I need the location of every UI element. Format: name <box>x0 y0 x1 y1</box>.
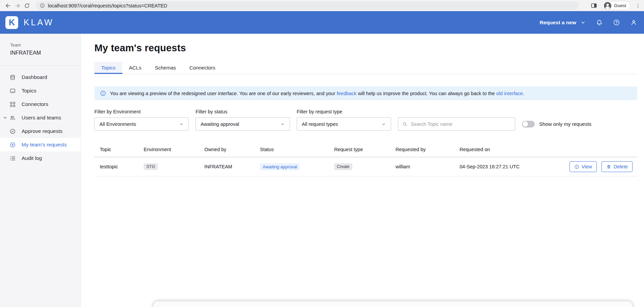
request-type-tabs: Topics ACLs Schemas Connectors <box>94 62 637 74</box>
info-icon <box>574 164 579 169</box>
side-panel-icon[interactable] <box>591 2 597 9</box>
chevron-down-icon <box>580 20 586 25</box>
sidebar-item-label: Approve requests <box>22 128 63 134</box>
help-icon[interactable] <box>613 19 620 26</box>
page-title: My team's requests <box>94 43 637 54</box>
column-header-request-type: Request type <box>329 143 390 157</box>
tab-acls[interactable]: ACLs <box>122 62 148 74</box>
page-info-icon[interactable] <box>40 3 45 8</box>
database-icon <box>9 74 16 81</box>
url-text: localhost:9097/coral/requests/topics?sta… <box>48 3 167 8</box>
cell-topic: testtopic <box>94 157 138 176</box>
address-bar[interactable]: localhost:9097/coral/requests/topics?sta… <box>36 1 579 10</box>
sidebar-item-approve-requests[interactable]: Approve requests <box>0 124 81 138</box>
chevron-down-icon[interactable] <box>3 115 7 120</box>
status-badge: Awaiting approval <box>260 163 300 170</box>
browser-back-button[interactable] <box>3 1 13 10</box>
column-header-environment: Environment <box>138 143 199 157</box>
browser-reload-button[interactable] <box>22 1 32 10</box>
column-header-topic: Topic <box>94 143 138 157</box>
request-type-badge: Create <box>334 163 352 170</box>
feedback-link[interactable]: feedback <box>337 91 357 96</box>
browser-forward-button[interactable] <box>13 1 22 10</box>
sidebar-item-label: Dashboard <box>22 74 47 80</box>
status-filter-select[interactable]: Awaiting approval <box>196 117 290 131</box>
view-button[interactable]: View <box>569 161 597 172</box>
sidebar-item-label: Topics <box>22 88 36 94</box>
brand-name: KLAW <box>24 18 54 27</box>
profile-name: Guest <box>614 3 626 8</box>
chevron-down-icon <box>179 122 184 127</box>
sidebar-item-dashboard[interactable]: Dashboard <box>0 71 81 84</box>
tab-topics[interactable]: Topics <box>94 62 122 74</box>
plus-circle-icon <box>9 142 16 148</box>
sidebar-item-my-teams-requests[interactable]: My team's requests <box>0 138 81 151</box>
notifications-bell-icon[interactable] <box>596 19 603 26</box>
reload-icon <box>24 3 30 9</box>
show-only-my-requests-toggle[interactable] <box>522 121 535 128</box>
info-icon <box>100 90 106 96</box>
dock-shadow <box>153 301 633 307</box>
cell-requested-by: william <box>390 157 454 176</box>
cell-requested-on: 04-Sep-2023 16:27:21 UTC <box>454 157 555 176</box>
users-icon <box>9 115 16 121</box>
environment-badge: STG <box>144 163 158 170</box>
sidebar-item-label: Audit log <box>22 155 42 161</box>
environment-filter-select[interactable]: All Environments <box>94 117 189 131</box>
klaw-logo-icon[interactable]: K <box>5 16 18 29</box>
connectors-icon <box>9 101 16 108</box>
sidebar-item-topics[interactable]: Topics <box>0 84 81 97</box>
tab-connectors[interactable]: Connectors <box>183 62 222 74</box>
topic-box-icon <box>9 88 16 94</box>
topic-search-box <box>398 117 515 131</box>
request-a-new-button[interactable]: Request a new <box>539 20 586 26</box>
request-a-new-label: Request a new <box>539 20 576 26</box>
chevron-down-icon <box>280 122 285 127</box>
preview-info-banner: You are viewing a preview of the redesig… <box>94 86 637 100</box>
check-circle-icon <box>9 128 16 135</box>
sidebar-item-users-and-teams[interactable]: Users and teams <box>0 111 81 124</box>
app-header: K KLAW Request a new <box>0 11 644 34</box>
trash-icon <box>606 164 611 169</box>
sidebar-item-label: My team's requests <box>22 142 67 148</box>
main-content: My team's requests Topics ACLs Schemas C… <box>81 34 644 307</box>
back-arrow-icon <box>5 2 11 9</box>
column-header-requested-on: Requested on <box>454 143 555 157</box>
avatar <box>604 2 612 10</box>
sidebar-item-audit-log[interactable]: Audit log <box>0 151 81 165</box>
browser-profile-chip[interactable]: Guest <box>602 1 631 10</box>
sidebar-item-connectors[interactable]: Connectors <box>0 97 81 111</box>
request-type-filter-select[interactable]: All request types <box>297 117 391 131</box>
column-header-actions <box>555 143 637 157</box>
column-header-status: Status <box>255 143 329 157</box>
sidebar-divider <box>0 65 81 66</box>
tab-schemas[interactable]: Schemas <box>148 62 183 74</box>
chevron-down-icon <box>381 122 386 127</box>
request-type-filter-label: Filter by request type <box>297 109 391 114</box>
status-filter-label: Filter by status <box>196 109 290 114</box>
forward-arrow-icon <box>14 2 21 9</box>
toggle-knob <box>523 121 528 127</box>
browser-toolbar: localhost:9097/coral/requests/topics?sta… <box>0 0 644 11</box>
requests-table: Topic Environment Owned by Status Reques… <box>94 143 637 176</box>
cell-owned-by: INFRATEAM <box>199 157 255 176</box>
environment-filter-label: Filter by Environment <box>94 109 189 114</box>
team-label: Team <box>10 43 70 48</box>
column-header-owned-by: Owned by <box>199 143 255 157</box>
filters-bar: Filter by Environment All Environments F… <box>94 109 637 131</box>
column-header-requested-by: Requested by <box>390 143 454 157</box>
table-header-row: Topic Environment Owned by Status Reques… <box>94 143 637 157</box>
search-icon <box>402 121 408 127</box>
old-interface-link[interactable]: old interface <box>496 91 523 96</box>
delete-button[interactable]: Delete <box>602 161 633 172</box>
user-profile-icon[interactable] <box>630 19 637 26</box>
sidebar-item-label: Connectors <box>22 101 48 107</box>
sidebar-item-label: Users and teams <box>22 115 61 121</box>
table-row: testtopic STG INFRATEAM Awaiting approva… <box>94 157 637 176</box>
sidebar: Team INFRATEAM Dashboard Topics Connecto… <box>0 34 81 307</box>
browser-menu-icon[interactable] <box>635 3 641 8</box>
banner-text: You are viewing a preview of the redesig… <box>110 91 524 96</box>
search-input[interactable] <box>411 121 511 127</box>
toggle-label: Show only my requests <box>539 121 591 127</box>
list-icon <box>9 155 16 162</box>
